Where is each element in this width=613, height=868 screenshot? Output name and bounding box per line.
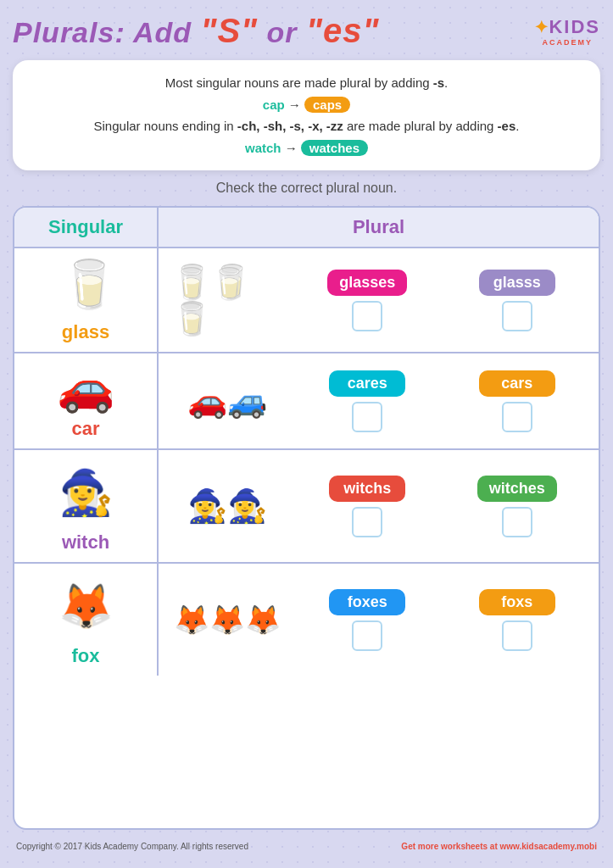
image-witches-plural: 🧙‍♀️🧙‍♀️ bbox=[172, 468, 282, 544]
plural-col-car: 🚗🚙 cares cars bbox=[159, 353, 599, 448]
singular-col-fox: 🦊 fox bbox=[14, 564, 159, 676]
image-cars-plural: 🚗🚙 bbox=[172, 367, 282, 435]
singular-col-witch: 🧙‍♀️ witch bbox=[14, 450, 159, 562]
footer-copyright: Copyright © 2017 Kids Academy Company. A… bbox=[16, 842, 248, 851]
plural-col-glass: 🥛🥛🥛 glasses glasss bbox=[159, 248, 599, 352]
checkbox-cars[interactable] bbox=[502, 402, 532, 432]
rule-box: Most singular nouns are made plural by a… bbox=[13, 60, 600, 170]
header-singular: Singular bbox=[14, 208, 159, 248]
word-car: car bbox=[71, 418, 99, 440]
option-group-witches: witches bbox=[449, 476, 586, 537]
page-title: Plurals: Add "S" or "es" bbox=[13, 12, 379, 50]
plural-col-fox: 🦊🦊🦊 foxes foxs bbox=[159, 564, 599, 676]
word-witch: witch bbox=[62, 531, 109, 554]
option-label-cars: cars bbox=[479, 370, 555, 397]
option-group-foxes: foxes bbox=[299, 589, 436, 651]
checkbox-foxes[interactable] bbox=[352, 620, 382, 651]
header-plural: Plural bbox=[159, 208, 599, 248]
option-label-foxes: foxes bbox=[329, 589, 405, 615]
plural-col-witch: 🧙‍♀️🧙‍♀️ witchs witches bbox=[159, 450, 599, 562]
checkbox-foxs[interactable] bbox=[502, 620, 532, 651]
header: Plurals: Add "S" or "es" ✦ KIDS ACADEMY bbox=[13, 8, 600, 53]
table-row: glass 🥛🥛🥛 glasses glasss bbox=[14, 248, 599, 353]
table-row: 🦊 fox 🦊🦊🦊 foxes foxs bbox=[14, 564, 599, 676]
rule-line3: Singular nouns ending in -ch, -sh, -s, -… bbox=[30, 115, 583, 137]
plural-options-car: cares cars bbox=[299, 370, 585, 432]
checkbox-witchs[interactable] bbox=[352, 507, 382, 537]
option-label-glasses: glasses bbox=[327, 270, 407, 296]
table-row: 🚗 car 🚗🚙 cares cars bbox=[14, 353, 599, 450]
option-group-cars: cars bbox=[449, 370, 586, 432]
option-group-cares: cares bbox=[299, 370, 436, 432]
main-table: Singular Plural glass 🥛🥛🥛 glasses glasss bbox=[13, 206, 600, 830]
plural-options-witch: witchs witches bbox=[299, 476, 585, 537]
rule-line4: watch → watches bbox=[30, 137, 583, 159]
image-fox-single: 🦊 bbox=[52, 572, 120, 640]
checkbox-cares[interactable] bbox=[352, 402, 382, 432]
option-group-glasses: glasses bbox=[299, 270, 436, 331]
instruction: Check the correct plural noun. bbox=[13, 177, 600, 199]
singular-col-glass: glass bbox=[14, 248, 159, 352]
checkbox-glasses[interactable] bbox=[352, 301, 382, 331]
rule-line1: Most singular nouns are made plural by a… bbox=[30, 72, 583, 94]
image-glasses-plural: 🥛🥛🥛 bbox=[172, 266, 282, 334]
title-area: Plurals: Add "S" or "es" bbox=[13, 12, 379, 50]
logo-kids-text: KIDS bbox=[549, 16, 600, 38]
option-label-foxs: foxs bbox=[479, 589, 555, 615]
rule-line2: cap → caps bbox=[30, 94, 583, 116]
checkbox-glasss[interactable] bbox=[502, 301, 532, 331]
logo-dash: ✦ bbox=[534, 17, 549, 37]
footer: Copyright © 2017 Kids Academy Company. A… bbox=[13, 837, 600, 851]
option-group-witchs: witchs bbox=[299, 476, 436, 537]
option-label-glasss: glasss bbox=[479, 270, 555, 296]
singular-col-car: 🚗 car bbox=[14, 353, 159, 448]
word-glass: glass bbox=[62, 321, 109, 343]
checkbox-witches[interactable] bbox=[502, 507, 532, 537]
footer-cta: Get more worksheets at www.kidsacademy.m… bbox=[401, 842, 597, 851]
option-group-foxs: foxs bbox=[449, 589, 586, 651]
table-header: Singular Plural bbox=[14, 208, 599, 248]
option-label-witches: witches bbox=[477, 476, 557, 502]
image-foxes-plural: 🦊🦊🦊 bbox=[172, 581, 282, 658]
image-witch-single: 🧙‍♀️ bbox=[52, 459, 120, 526]
image-glass-single bbox=[56, 257, 115, 316]
option-label-witchs: witchs bbox=[329, 476, 405, 502]
option-group-glasss: glasss bbox=[449, 270, 586, 331]
logo-academy-text: ACADEMY bbox=[542, 38, 593, 47]
table-row: 🧙‍♀️ witch 🧙‍♀️🧙‍♀️ witchs witches bbox=[14, 450, 599, 564]
plural-options-glass: glasses glasss bbox=[299, 270, 585, 331]
plural-options-fox: foxes foxs bbox=[299, 589, 585, 651]
logo: ✦ KIDS ACADEMY bbox=[534, 16, 600, 47]
option-label-cares: cares bbox=[329, 370, 405, 397]
word-fox: fox bbox=[72, 645, 100, 667]
image-car-single: 🚗 bbox=[52, 362, 120, 413]
